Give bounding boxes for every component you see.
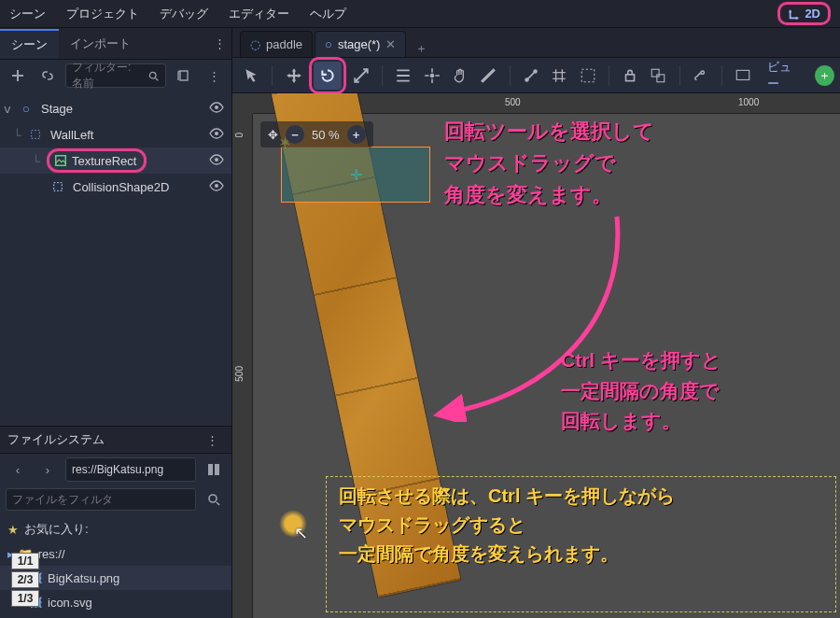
rotate-tool[interactable] [314, 62, 342, 90]
menu-editor[interactable]: エディター [229, 6, 289, 22]
tab-scene[interactable]: シーン [0, 29, 59, 59]
svg-rect-18 [736, 70, 749, 79]
bone-tool[interactable] [687, 62, 713, 90]
svg-point-10 [209, 495, 217, 502]
tree-node-texturerect[interactable]: └ TextureRect [0, 147, 231, 174]
grid-snap-toggle[interactable] [546, 62, 572, 90]
lock-button[interactable] [617, 62, 643, 90]
preview-canvas[interactable] [730, 62, 756, 90]
move-tool[interactable] [280, 62, 306, 90]
svg-rect-6 [54, 183, 63, 191]
menu-project[interactable]: プロジェクト [66, 6, 139, 22]
svg-point-3 [215, 132, 218, 135]
menu-help[interactable]: ヘルプ [310, 6, 346, 22]
ruler-vertical[interactable]: 0 500 [232, 114, 253, 618]
search-icon [147, 70, 160, 82]
tab-import[interactable]: インポート [59, 30, 142, 58]
fs-root-label: res:// [38, 547, 65, 561]
center-marker-icon: ✛ [350, 166, 362, 184]
scene-tab-stage[interactable]: ○ stage(*) ✕ [315, 31, 406, 57]
pivot-tool[interactable] [418, 62, 444, 90]
visibility-icon[interactable] [209, 152, 224, 170]
visibility-icon[interactable] [209, 178, 224, 196]
scale-tool[interactable] [348, 62, 374, 90]
zoom-out-button[interactable]: − [286, 125, 304, 144]
tree-node-wallleft[interactable]: └ WallLeft [0, 121, 231, 147]
scene-tab-label: stage(*) [338, 37, 381, 51]
viewport-toolbar: ビュー ＋ [232, 58, 840, 93]
pan-tool[interactable] [447, 62, 473, 90]
add-node-shortcut[interactable]: ＋ [815, 65, 834, 86]
list-select-tool[interactable] [390, 62, 416, 90]
zoom-level-label[interactable]: 50 % [312, 128, 340, 142]
rotate-tool-highlight [309, 57, 346, 94]
svg-point-1 [215, 105, 218, 109]
fs-path-text: res://BigKatsu.png [72, 463, 163, 476]
visibility-icon[interactable] [209, 126, 224, 144]
disclosure-icon[interactable]: 𝗏 [4, 102, 15, 116]
fs-fav-label: お気に入り: [24, 521, 89, 538]
axis-2d-icon [788, 7, 801, 21]
add-scene-tab[interactable]: ＋ [408, 40, 434, 57]
fs-nav: ‹ › res://BigKatsu.png [0, 454, 231, 485]
page-badge: 1/1 [11, 553, 39, 569]
ruler-tick: 500 [234, 366, 245, 382]
dock-menu-icon[interactable]: ⋮ [207, 32, 231, 56]
ruler-tick: 1000 [738, 97, 759, 107]
svg-rect-14 [581, 69, 595, 82]
script-button[interactable] [172, 63, 196, 88]
link-node-button[interactable] [35, 63, 60, 88]
workspace-2d-label: 2D [805, 7, 820, 21]
tree-node-collisionshape[interactable]: CollisionShape2D [0, 174, 231, 200]
view-menu[interactable]: ビュー [760, 62, 809, 90]
filesystem-header: ファイルシステム ⋮ [0, 426, 231, 454]
group-button[interactable] [645, 62, 671, 90]
fs-layout-toggle[interactable] [202, 457, 226, 482]
zoom-in-button[interactable]: + [347, 125, 366, 144]
svg-point-5 [215, 158, 218, 162]
select-tool[interactable] [238, 62, 264, 90]
workspace-2d-button[interactable]: 2D [777, 2, 831, 25]
fs-filter-input[interactable]: ファイルをフィルタ [6, 488, 196, 511]
fs-back-button[interactable]: ‹ [6, 457, 30, 482]
snap-options[interactable] [518, 62, 544, 90]
menu-debug[interactable]: デバッグ [160, 6, 208, 22]
add-node-button[interactable] [6, 63, 30, 88]
annotation-ctrl-snap: Ctrl キーを押すと 一定間隔の角度で 回転します。 [561, 345, 721, 437]
scene-tab-paddle[interactable]: ◌ paddle [240, 31, 313, 57]
svg-rect-17 [657, 74, 665, 81]
fs-favorites[interactable]: ★ お気に入り: [0, 517, 231, 541]
fs-file-label: BigKatsu.png [48, 571, 119, 585]
tree-node-label: TextureRect [72, 154, 136, 168]
selection-rect[interactable]: ✛ [281, 147, 430, 203]
scene-toolbar: フィルター: 名前 ⋮ [0, 60, 231, 91]
viewport-2d[interactable]: 0 500 1000 0 500 ✛ ✶ ✥ − 50 % + [232, 93, 840, 618]
node2d-icon: ○ [325, 37, 332, 51]
svg-point-0 [149, 72, 156, 78]
close-icon[interactable]: ✕ [385, 37, 396, 51]
center-view-icon[interactable]: ✥ [268, 128, 278, 142]
annotation-rotate-tool: 回転ツールを選択して マウスドラッグで 角度を変えます。 [444, 116, 654, 211]
zoom-controls: ✥ − 50 % + [260, 121, 373, 147]
scene-extra-menu[interactable]: ⋮ [202, 63, 226, 88]
dock-menu-icon[interactable]: ⋮ [200, 428, 224, 452]
fs-filter-row: ファイルをフィルタ [0, 485, 231, 513]
search-icon[interactable] [202, 487, 226, 512]
svg-rect-4 [56, 156, 66, 166]
page-badges: 1/1 2/3 1/3 [11, 553, 39, 607]
smart-snap-toggle[interactable] [574, 62, 600, 90]
tree-node-stage[interactable]: 𝗏 ○ Stage [0, 95, 231, 121]
scene-tree: 𝗏 ○ Stage └ WallLeft └ [0, 91, 231, 426]
canvas-area[interactable]: ✛ ✶ ✥ − 50 % + [253, 114, 840, 618]
svg-point-7 [215, 184, 218, 188]
node2d-icon: ○ [19, 101, 34, 116]
fs-path-field[interactable]: res://BigKatsu.png [65, 457, 196, 482]
fs-forward-button[interactable]: › [35, 457, 60, 482]
tree-node-label: CollisionShape2D [73, 180, 169, 194]
visibility-icon[interactable] [209, 100, 224, 118]
ruler-tick: 0 [234, 133, 245, 138]
svg-rect-8 [208, 464, 213, 475]
menu-scene[interactable]: シーン [9, 6, 46, 22]
ruler-tool[interactable] [475, 62, 501, 90]
scene-filter-input[interactable]: フィルター: 名前 [65, 63, 166, 88]
